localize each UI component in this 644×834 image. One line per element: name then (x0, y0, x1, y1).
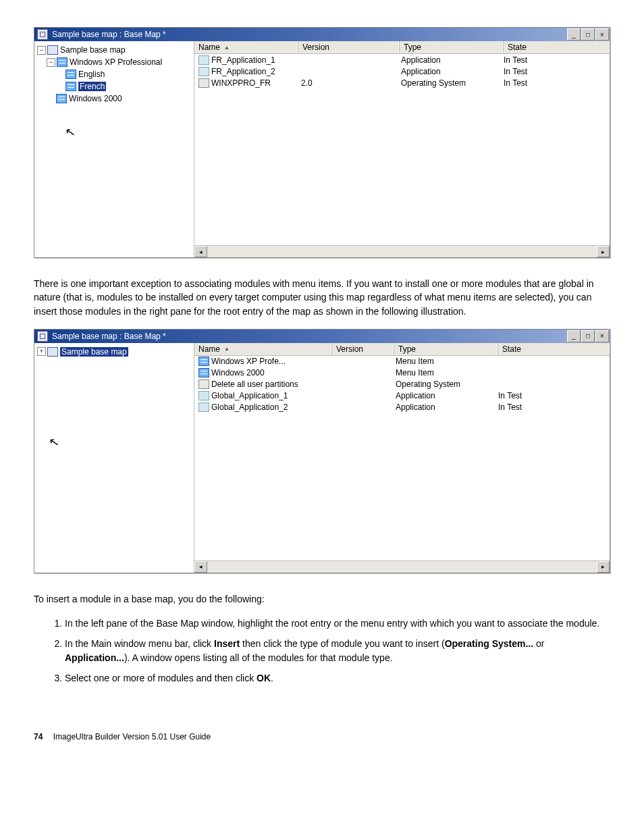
map-icon (47, 347, 58, 357)
list-body[interactable]: FR_Application_1 Application In Test FR_… (194, 54, 610, 245)
col-name-header[interactable]: Name▲ (194, 41, 298, 53)
application-icon (198, 402, 209, 412)
scroll-left-button[interactable]: ◂ (194, 246, 207, 257)
menu-item-icon (198, 368, 209, 377)
application-icon (198, 67, 209, 76)
horizontal-scrollbar[interactable]: ◂ ▸ (194, 561, 610, 573)
maximize-button[interactable]: □ (581, 28, 595, 41)
menu-item-icon (56, 94, 67, 103)
steps-list: In the left pane of the Base Map window,… (34, 617, 610, 685)
expander-icon[interactable]: − (47, 58, 55, 67)
menu-item-icon (198, 357, 209, 366)
tree-node-label[interactable]: Windows XP Professional (70, 57, 162, 67)
page-footer: 74 ImageUltra Builder Version 5.01 User … (34, 732, 610, 741)
list-row[interactable]: FR_Application_1 Application In Test (194, 54, 610, 66)
application-icon (198, 55, 209, 65)
base-map-window-2: Sample base map : Base Map * _ □ × + Sam… (34, 329, 610, 573)
scroll-track[interactable] (207, 246, 376, 257)
col-type-header[interactable]: Type (394, 343, 498, 355)
window-controls: _ □ × (567, 28, 610, 41)
map-icon (47, 45, 58, 55)
body-paragraph: To insert a module in a base map, you do… (34, 592, 610, 606)
list-header: Name▲ Version Type State (194, 41, 610, 54)
list-body[interactable]: Windows XP Profe... Menu Item Windows 20… (194, 356, 610, 561)
window-title: Sample base map : Base Map * (52, 332, 567, 341)
horizontal-scrollbar[interactable]: ◂ ▸ (194, 245, 610, 257)
minimize-button[interactable]: _ (567, 330, 581, 342)
scroll-gap (376, 246, 597, 257)
list-row[interactable]: Delete all user partitions Operating Sys… (194, 379, 610, 390)
scroll-track[interactable] (207, 561, 390, 573)
body-paragraph: There is one important exception to asso… (34, 277, 610, 318)
expander-icon[interactable]: − (37, 46, 46, 55)
titlebar[interactable]: Sample base map : Base Map * _ □ × (34, 28, 610, 41)
scroll-right-button[interactable]: ▸ (597, 561, 610, 573)
scroll-right-button[interactable]: ▸ (597, 246, 610, 257)
page-number: 74 (34, 732, 43, 741)
list-row[interactable]: WINXPPRO_FR 2.0 Operating System In Test (194, 77, 610, 88)
titlebar[interactable]: Sample base map : Base Map * _ □ × (34, 330, 610, 343)
list-row[interactable]: FR_Application_2 Application In Test (194, 66, 610, 77)
maximize-button[interactable]: □ (581, 330, 595, 342)
base-map-window-1: Sample base map : Base Map * _ □ × − Sam… (34, 27, 610, 258)
menu-item-icon (65, 82, 76, 91)
expander-icon[interactable]: + (37, 347, 46, 356)
close-button[interactable]: × (595, 330, 609, 342)
window-controls: _ □ × (567, 330, 610, 342)
step-item: In the left pane of the Base Map window,… (65, 617, 610, 630)
list-row[interactable]: Global_Application_2 Application In Test (194, 402, 610, 413)
menu-item-icon (57, 57, 68, 67)
sort-asc-icon: ▲ (224, 346, 230, 352)
os-icon (198, 380, 209, 389)
col-version-header[interactable]: Version (331, 343, 394, 355)
step-item: In the Main window menu bar, click Inser… (65, 637, 610, 664)
list-row[interactable]: Global_Application_1 Application In Test (194, 390, 610, 402)
scroll-gap (390, 561, 597, 573)
os-icon (198, 78, 209, 88)
footer-text: ImageUltra Builder Version 5.01 User Gui… (53, 732, 211, 741)
window-icon (37, 29, 48, 40)
cursor-icon: ↖ (64, 124, 77, 141)
cursor-icon: ↖ (48, 434, 61, 451)
tree-root-selected[interactable]: Sample base map (60, 347, 128, 357)
list-header: Name▲ Version Type State (194, 343, 610, 356)
col-state-header[interactable]: State (498, 343, 610, 355)
col-state-header[interactable]: State (503, 41, 610, 53)
tree-root-label[interactable]: Sample base map (60, 45, 126, 55)
application-icon (198, 391, 209, 400)
tree-node-selected[interactable]: French (78, 82, 106, 91)
list-row[interactable]: Windows 2000 Menu Item (194, 367, 610, 379)
window-title: Sample base map : Base Map * (52, 30, 567, 39)
sort-asc-icon: ▲ (224, 45, 230, 51)
col-version-header[interactable]: Version (298, 41, 399, 53)
scroll-left-button[interactable]: ◂ (194, 561, 207, 573)
tree-node-label[interactable]: Windows 2000 (69, 94, 122, 103)
tree-node-label[interactable]: English (78, 70, 105, 79)
col-name-header[interactable]: Name▲ (194, 343, 331, 355)
menu-item-icon (65, 70, 76, 79)
list-pane: Name▲ Version Type State Windows XP Prof… (194, 343, 610, 573)
tree-pane[interactable]: − Sample base map − Windows XP Professio… (34, 41, 194, 257)
step-item: Select one or more of modules and then c… (65, 671, 610, 685)
close-button[interactable]: × (595, 28, 609, 41)
tree-pane[interactable]: + Sample base map ↖ (34, 343, 194, 573)
window-icon (37, 331, 48, 342)
col-type-header[interactable]: Type (399, 41, 503, 53)
list-pane: Name▲ Version Type State FR_Application_… (194, 41, 610, 257)
minimize-button[interactable]: _ (567, 28, 581, 41)
list-row[interactable]: Windows XP Profe... Menu Item (194, 356, 610, 367)
